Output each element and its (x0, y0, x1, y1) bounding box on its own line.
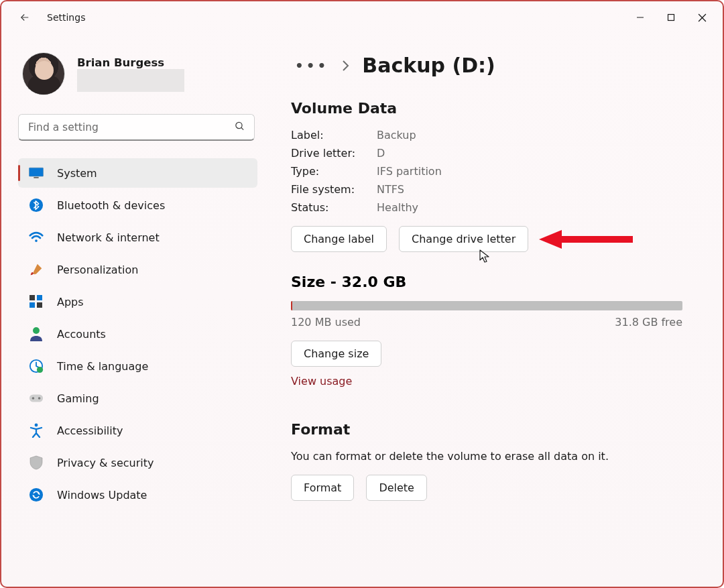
status-key: Status: (291, 201, 377, 214)
bluetooth-icon (29, 198, 44, 213)
back-button[interactable] (15, 7, 35, 27)
svg-line-5 (241, 127, 243, 129)
breadcrumb: ••• Backup (D:) (295, 54, 682, 77)
svg-point-14 (33, 327, 40, 334)
sidebar-item-label: Time & language (57, 360, 148, 373)
settings-window: Settings Brian Burgess (0, 0, 724, 588)
page-title: Backup (D:) (362, 54, 495, 77)
maximize-button[interactable] (656, 7, 686, 28)
minimize-button[interactable] (625, 7, 656, 28)
fs-key: File system: (291, 183, 377, 196)
sidebar-item-label: Windows Update (57, 489, 147, 502)
view-usage-link[interactable]: View usage (291, 375, 352, 388)
sidebar-item-label: Accessibility (57, 424, 123, 437)
wifi-icon (29, 230, 44, 245)
svg-rect-7 (34, 177, 38, 178)
titlebar: Settings (1, 1, 723, 34)
sidebar-item-accounts[interactable]: Accounts (18, 319, 257, 349)
svg-point-4 (236, 122, 242, 128)
user-block[interactable]: Brian Burgess (18, 52, 257, 95)
change-label-button[interactable]: Change label (291, 226, 387, 252)
svg-rect-12 (29, 302, 35, 308)
user-email-redacted (77, 69, 184, 92)
sidebar-item-label: Privacy & security (57, 457, 154, 469)
shield-icon (29, 455, 44, 470)
svg-point-19 (38, 397, 41, 400)
sidebar-item-network[interactable]: Network & internet (18, 223, 257, 252)
svg-rect-10 (29, 295, 35, 300)
brush-icon (29, 262, 44, 277)
drive-letter-val: D (377, 147, 682, 160)
svg-point-18 (32, 397, 35, 400)
change-size-button[interactable]: Change size (291, 341, 381, 367)
svg-rect-13 (37, 302, 42, 308)
nav-list: System Bluetooth & devices Network & int… (18, 158, 257, 510)
drive-letter-key: Drive letter: (291, 147, 377, 160)
status-value: Healthy (377, 201, 682, 214)
gamepad-icon (29, 391, 44, 406)
svg-rect-1 (668, 15, 674, 21)
sidebar-item-label: Personalization (57, 263, 138, 276)
avatar (22, 52, 65, 95)
usage-bar (291, 301, 682, 310)
sidebar-item-time-language[interactable]: Time & language (18, 351, 257, 381)
search-box[interactable] (18, 114, 255, 141)
format-button[interactable]: Format (291, 475, 354, 501)
change-drive-letter-button[interactable]: Change drive letter (399, 226, 528, 252)
sidebar-item-label: Accounts (57, 328, 106, 341)
user-name: Brian Burgess (77, 56, 184, 69)
type-value: IFS partition (377, 165, 682, 178)
close-icon (698, 13, 707, 22)
sidebar-item-bluetooth[interactable]: Bluetooth & devices (18, 190, 257, 220)
sidebar-item-label: Network & internet (57, 231, 160, 244)
close-button[interactable] (686, 7, 717, 28)
usage-bar-fill (291, 301, 292, 310)
content-scroll[interactable]: ••• Backup (D:) Volume Data Label: Backu… (264, 34, 716, 587)
maximize-icon (667, 13, 675, 21)
sidebar: Brian Burgess System (1, 34, 264, 587)
format-description: You can format or delete the volume to e… (291, 450, 682, 463)
monitor-icon (29, 166, 44, 180)
type-key: Type: (291, 165, 377, 178)
sidebar-item-personalization[interactable]: Personalization (18, 255, 257, 284)
app-title: Settings (47, 12, 85, 23)
sidebar-item-accessibility[interactable]: Accessibility (18, 416, 257, 445)
search-input[interactable] (18, 114, 255, 141)
person-icon (29, 327, 44, 341)
format-heading: Format (291, 421, 682, 438)
size-heading: Size - 32.0 GB (291, 274, 682, 290)
sidebar-item-windows-update[interactable]: Windows Update (18, 480, 257, 510)
sidebar-item-label: System (57, 167, 97, 180)
breadcrumb-ellipsis-button[interactable]: ••• (295, 58, 328, 74)
apps-icon (29, 294, 44, 309)
svg-point-20 (35, 424, 38, 427)
label-value: Backup (377, 129, 682, 141)
annotation-arrow (539, 227, 633, 251)
volume-properties: Label: Backup Drive letter: D Type: IFS … (291, 129, 682, 214)
svg-rect-6 (29, 168, 43, 176)
accessibility-icon (29, 423, 44, 438)
svg-point-9 (35, 239, 38, 242)
fs-value: NTFS (377, 183, 682, 196)
chevron-right-icon (341, 54, 350, 77)
sidebar-item-label: Bluetooth & devices (57, 199, 165, 212)
delete-button[interactable]: Delete (366, 475, 427, 501)
volume-data-heading: Volume Data (291, 100, 682, 117)
sidebar-item-apps[interactable]: Apps (18, 287, 257, 316)
free-label: 31.8 GB free (615, 316, 682, 329)
search-icon (234, 121, 245, 135)
sidebar-item-system[interactable]: System (18, 158, 257, 188)
arrow-left-icon (19, 11, 31, 23)
svg-point-8 (29, 198, 43, 212)
sidebar-item-label: Apps (57, 296, 84, 308)
svg-point-21 (29, 488, 43, 502)
clock-globe-icon (29, 359, 44, 373)
minimize-icon (636, 13, 644, 21)
sidebar-item-privacy[interactable]: Privacy & security (18, 448, 257, 477)
used-label: 120 MB used (291, 316, 361, 329)
refresh-icon (29, 487, 44, 502)
svg-marker-23 (539, 230, 562, 249)
label-key: Label: (291, 129, 377, 141)
svg-rect-17 (29, 395, 43, 402)
sidebar-item-gaming[interactable]: Gaming (18, 384, 257, 413)
